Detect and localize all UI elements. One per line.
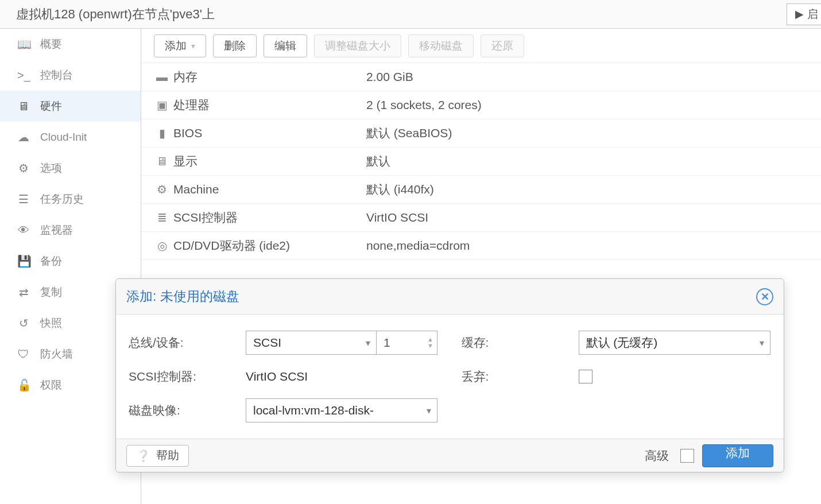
close-icon: ✕ xyxy=(761,290,769,303)
help-icon: ❔ xyxy=(136,449,150,463)
device-number-input[interactable]: 1▲▼ xyxy=(377,331,437,355)
bus-select[interactable]: SCSI▾ xyxy=(246,331,377,355)
cache-value: 默认 (无缓存) xyxy=(586,335,658,351)
bus-value: SCSI xyxy=(253,336,281,350)
form-row-bus: 总线/设备: SCSI▾ 1▲▼ xyxy=(129,331,439,355)
image-value: local-lvm:vm-128-disk- xyxy=(253,404,374,417)
advanced-label: 高级 xyxy=(645,448,669,464)
image-label: 磁盘映像: xyxy=(129,402,246,418)
spinner-icon[interactable]: ▲▼ xyxy=(427,336,433,349)
form-row-discard: 丢弃: xyxy=(462,369,772,385)
form-row-scsi: SCSI控制器: VirtIO SCSI xyxy=(129,369,439,385)
dialog-mask: 添加: 未使用的磁盘 ✕ 总线/设备: SCSI▾ 1▲▼ SCSI控制器: V… xyxy=(0,0,821,504)
device-value: 1 xyxy=(384,336,390,350)
chevron-down-icon: ▾ xyxy=(760,338,764,348)
scsi-value: VirtIO SCSI xyxy=(246,370,308,383)
dialog-title: 添加: 未使用的磁盘 xyxy=(126,288,756,305)
disk-image-select[interactable]: local-lvm:vm-128-disk-▾ xyxy=(246,398,437,422)
dialog-col-right: 缓存: 默认 (无缓存)▾ 丢弃: xyxy=(462,331,772,422)
help-label: 帮助 xyxy=(156,448,179,463)
scsi-label: SCSI控制器: xyxy=(129,369,246,385)
dialog-col-left: 总线/设备: SCSI▾ 1▲▼ SCSI控制器: VirtIO SCSI 磁盘… xyxy=(129,331,439,422)
dialog-body: 总线/设备: SCSI▾ 1▲▼ SCSI控制器: VirtIO SCSI 磁盘… xyxy=(116,315,784,439)
form-row-cache: 缓存: 默认 (无缓存)▾ xyxy=(462,331,772,355)
add-unused-disk-dialog: 添加: 未使用的磁盘 ✕ 总线/设备: SCSI▾ 1▲▼ SCSI控制器: V… xyxy=(115,278,784,472)
dialog-header: 添加: 未使用的磁盘 ✕ xyxy=(116,279,784,315)
chevron-down-icon: ▾ xyxy=(366,338,370,348)
dialog-add-button[interactable]: 添加 xyxy=(702,444,773,467)
cache-select[interactable]: 默认 (无缓存)▾ xyxy=(579,331,770,355)
chevron-down-icon: ▾ xyxy=(427,405,431,416)
discard-label: 丢弃: xyxy=(462,369,579,385)
bus-label: 总线/设备: xyxy=(129,335,246,351)
close-button[interactable]: ✕ xyxy=(756,288,773,305)
cache-label: 缓存: xyxy=(462,335,579,351)
dialog-footer: ❔帮助 高级 添加 xyxy=(116,439,784,472)
help-button[interactable]: ❔帮助 xyxy=(126,445,189,467)
advanced-checkbox[interactable] xyxy=(680,449,694,463)
discard-checkbox[interactable] xyxy=(579,370,592,383)
form-row-image: 磁盘映像: local-lvm:vm-128-disk-▾ xyxy=(129,398,439,422)
